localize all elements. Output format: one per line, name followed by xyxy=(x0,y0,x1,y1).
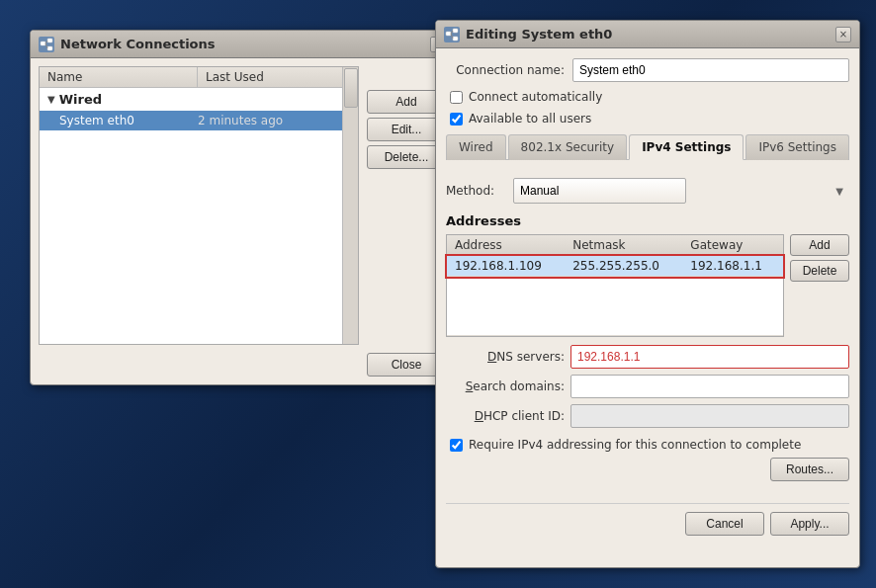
addresses-section: Address Netmask Gateway 192.168.1.109 25… xyxy=(446,234,849,337)
addr-netmask-cell: 255.255.255.0 xyxy=(565,256,682,277)
addr-buttons: Add Delete xyxy=(790,234,849,337)
addresses-table: Address Netmask Gateway 192.168.1.109 25… xyxy=(447,235,783,336)
addr-add-btn[interactable]: Add xyxy=(790,234,849,256)
svg-line-9 xyxy=(451,34,453,39)
svg-line-8 xyxy=(451,31,453,34)
wired-group-header[interactable]: ▼ Wired xyxy=(40,88,358,111)
method-select[interactable]: Manual Automatic (DHCP) Link-Local Only … xyxy=(513,178,686,204)
connection-list-scrollbar[interactable] xyxy=(342,67,358,344)
col-last-used: Last Used xyxy=(198,67,358,87)
available-users-label: Available to all users xyxy=(469,112,591,126)
dns-row: DNS servers: xyxy=(446,345,849,369)
network-connections-title: Network Connections xyxy=(60,37,216,51)
addresses-table-wrapper: Address Netmask Gateway 192.168.1.109 25… xyxy=(446,234,784,337)
col-name: Name xyxy=(40,67,198,87)
dns-label: DNS servers: xyxy=(446,350,565,364)
require-ipv4-row: Require IPv4 addressing for this connect… xyxy=(446,434,849,452)
ipv4-settings-content: Method: Manual Automatic (DHCP) Link-Loc… xyxy=(446,168,849,491)
available-users-row: Available to all users xyxy=(446,112,849,126)
tab-8021x[interactable]: 802.1x Security xyxy=(508,134,628,160)
apply-btn[interactable]: Apply... xyxy=(770,512,849,536)
dhcp-label: DHCP client ID: xyxy=(446,409,565,423)
connect-auto-label: Connect automatically xyxy=(469,90,602,104)
addr-col-gateway: Gateway xyxy=(682,235,783,256)
connect-auto-checkbox[interactable] xyxy=(450,91,463,104)
method-label: Method: xyxy=(446,184,505,198)
connection-list: Name Last Used ▼ Wired System eth0 2 min… xyxy=(39,66,359,345)
require-ipv4-checkbox[interactable] xyxy=(450,439,463,452)
dhcp-input[interactable] xyxy=(570,404,849,428)
addr-col-address: Address xyxy=(447,235,565,256)
search-label: Search domains: xyxy=(446,379,565,393)
svg-rect-6 xyxy=(453,29,458,33)
svg-line-4 xyxy=(45,43,47,48)
svg-rect-0 xyxy=(41,42,45,45)
search-domains-row: Search domains: xyxy=(446,375,849,398)
method-row: Method: Manual Automatic (DHCP) Link-Loc… xyxy=(446,178,849,204)
network-connections-icon xyxy=(39,37,54,52)
cancel-btn[interactable]: Cancel xyxy=(685,512,764,536)
tab-ipv6[interactable]: IPv6 Settings xyxy=(745,134,849,160)
close-network-connections-btn[interactable]: Close xyxy=(367,353,446,377)
svg-line-3 xyxy=(45,41,47,43)
connection-name: System eth0 xyxy=(59,114,198,127)
connection-last-used: 2 minutes ago xyxy=(198,114,283,127)
network-connections-footer: Close xyxy=(39,345,446,377)
connection-name-row: Connection name: xyxy=(446,58,849,82)
dns-input[interactable] xyxy=(570,345,849,369)
routes-btn[interactable]: Routes... xyxy=(770,458,849,481)
connection-name-input[interactable] xyxy=(572,58,849,82)
svg-rect-2 xyxy=(47,46,52,50)
search-input[interactable] xyxy=(570,375,849,398)
require-ipv4-label: Require IPv4 addressing for this connect… xyxy=(469,438,801,452)
network-connections-titlebar: Network Connections × xyxy=(31,31,454,58)
connect-auto-row: Connect automatically xyxy=(446,90,849,104)
settings-tabs: Wired 802.1x Security IPv4 Settings IPv6… xyxy=(446,133,849,160)
addr-address-cell: 192.168.1.109 xyxy=(447,256,565,277)
addresses-section-title: Addresses xyxy=(446,213,849,228)
editing-close-btn[interactable]: × xyxy=(835,27,851,42)
svg-rect-5 xyxy=(446,32,451,36)
editing-window: Editing System eth0 × Connection name: C… xyxy=(435,20,860,568)
connection-name-label: Connection name: xyxy=(446,63,565,77)
edit-connection-btn[interactable]: Edit... xyxy=(367,118,446,141)
editing-footer: Cancel Apply... xyxy=(446,503,849,536)
add-connection-btn[interactable]: Add xyxy=(367,90,446,114)
editing-footer-buttons: Cancel Apply... xyxy=(685,512,849,536)
connection-item-system-eth0[interactable]: System eth0 2 minutes ago xyxy=(40,111,358,130)
connection-buttons: Add Edit... Delete... xyxy=(367,66,446,345)
editing-icon xyxy=(444,27,460,42)
connection-list-header: Name Last Used xyxy=(40,67,358,88)
tab-ipv4[interactable]: IPv4 Settings xyxy=(629,134,744,160)
group-arrow: ▼ xyxy=(47,94,55,105)
available-users-checkbox[interactable] xyxy=(450,113,463,126)
dhcp-row: DHCP client ID: xyxy=(446,404,849,428)
tab-wired[interactable]: Wired xyxy=(446,134,506,160)
scrollbar-thumb xyxy=(344,68,358,108)
addr-gateway-cell: 192.168.1.1 xyxy=(682,256,783,277)
addr-delete-btn[interactable]: Delete xyxy=(790,260,849,282)
addr-col-netmask: Netmask xyxy=(565,235,682,256)
editing-title: Editing System eth0 xyxy=(466,27,612,42)
editing-titlebar: Editing System eth0 × xyxy=(436,21,859,48)
svg-rect-1 xyxy=(47,39,52,42)
wired-group-label: Wired xyxy=(59,92,102,107)
table-row[interactable]: 192.168.1.109 255.255.255.0 192.168.1.1 xyxy=(447,256,783,277)
method-select-wrapper: Manual Automatic (DHCP) Link-Local Only … xyxy=(513,178,849,204)
network-connections-window: Network Connections × Name Last Used ▼ W… xyxy=(30,30,455,385)
delete-connection-btn[interactable]: Delete... xyxy=(367,145,446,169)
svg-rect-7 xyxy=(453,37,458,41)
